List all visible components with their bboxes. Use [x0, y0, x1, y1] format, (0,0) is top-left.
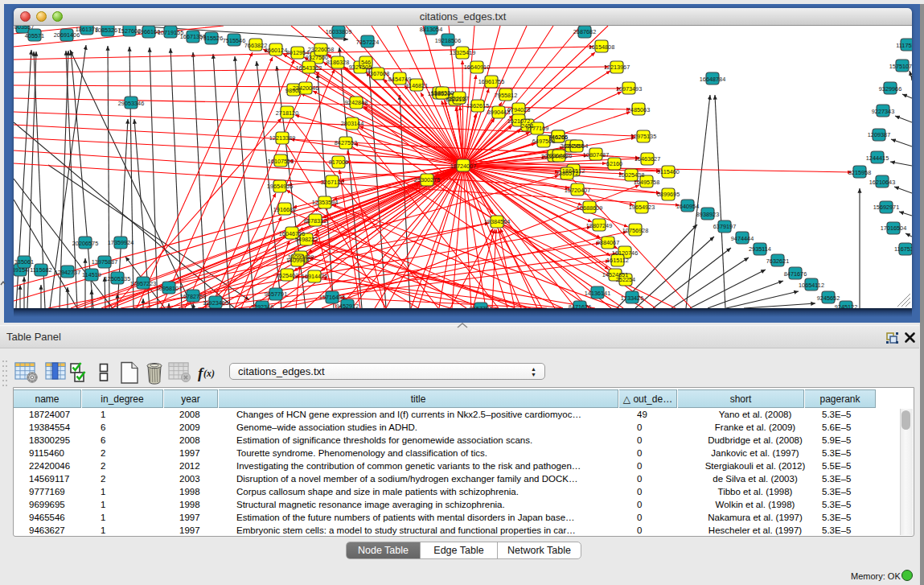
svg-text:9245122: 9245122	[835, 303, 857, 308]
svg-text:18724007: 18724007	[450, 163, 476, 170]
svg-text:405571: 405571	[25, 32, 44, 39]
svg-text:23300275: 23300275	[414, 176, 440, 183]
svg-text:19384554: 19384554	[484, 218, 510, 225]
svg-text:9474444: 9474444	[731, 235, 754, 242]
svg-text:19218506: 19218506	[435, 37, 461, 44]
svg-text:15716485: 15716485	[319, 294, 345, 301]
svg-text:8215958: 8215958	[848, 169, 871, 176]
svg-text:16210643: 16210643	[869, 179, 895, 186]
svg-text:9777169: 9777169	[526, 125, 548, 132]
svg-text:10853267: 10853267	[95, 27, 121, 34]
svg-text:17957223: 17957223	[130, 280, 156, 287]
svg-text:12353594: 12353594	[312, 199, 338, 206]
svg-text:62160: 62160	[606, 160, 622, 167]
svg-text:7632621: 7632621	[766, 257, 789, 265]
svg-text:1615112: 1615112	[606, 257, 629, 264]
svg-text:1916682: 1916682	[273, 206, 296, 213]
svg-text:16463627: 16463627	[634, 155, 660, 163]
svg-text:8186328: 8186328	[326, 59, 349, 66]
svg-text:15751074: 15751074	[889, 63, 912, 70]
svg-text:8427552: 8427552	[335, 139, 357, 146]
svg-text:9657791: 9657791	[265, 290, 287, 298]
svg-text:817006: 817006	[329, 159, 348, 166]
svg-text:9227343: 9227343	[872, 108, 894, 115]
svg-text:2803144: 2803144	[341, 120, 363, 127]
svg-text:17359924: 17359924	[108, 239, 133, 246]
svg-text:16914479: 16914479	[302, 273, 327, 280]
svg-text:10025438: 10025438	[618, 171, 644, 179]
svg-text:16154808: 16154808	[589, 43, 614, 51]
svg-text:6379197: 6379197	[713, 223, 736, 230]
svg-text:(x): (x)	[203, 368, 215, 379]
svg-text:7485063: 7485063	[627, 106, 650, 113]
svg-text:1117531: 1117531	[896, 42, 912, 49]
svg-text:9242848: 9242848	[345, 99, 368, 106]
svg-text:11923466: 11923466	[203, 299, 228, 307]
svg-text:15720407: 15720407	[565, 187, 590, 194]
svg-text:6794028: 6794028	[507, 106, 530, 113]
svg-text:746266: 746266	[548, 134, 568, 141]
svg-text:8813054: 8813054	[420, 26, 442, 33]
svg-text:20206575: 20206575	[72, 240, 98, 247]
svg-text:1115682: 1115682	[30, 266, 51, 274]
svg-text:23420046: 23420046	[293, 84, 318, 92]
svg-text:9657791: 9657791	[470, 305, 492, 308]
svg-text:13325419: 13325419	[450, 49, 475, 56]
svg-text:8471676: 8471676	[784, 270, 807, 278]
svg-text:1003557: 1003557	[14, 26, 34, 31]
svg-text:16495758: 16495758	[634, 179, 659, 186]
svg-text:13975887: 13975887	[92, 258, 117, 266]
svg-text:16961755: 16961755	[478, 78, 504, 85]
svg-text:2718120: 2718120	[276, 109, 298, 117]
svg-text:19654955: 19654955	[267, 183, 293, 190]
svg-text:8938923: 8938923	[696, 211, 719, 218]
svg-text:20364436: 20364436	[546, 152, 572, 159]
svg-text:7357224: 7357224	[356, 39, 379, 46]
svg-text:14136141: 14136141	[585, 290, 610, 297]
svg-text:29053346: 29053346	[118, 100, 144, 107]
svg-text:114519: 114519	[82, 271, 101, 278]
svg-text:12213389: 12213389	[269, 134, 295, 142]
svg-text:1409949: 1409949	[286, 257, 309, 264]
svg-text:12213967: 12213967	[604, 64, 630, 71]
svg-text:9452912: 9452912	[336, 303, 359, 308]
svg-text:10958107: 10958107	[156, 285, 182, 292]
svg-text:2367608: 2367608	[367, 70, 389, 77]
svg-text:9115460: 9115460	[657, 168, 680, 175]
svg-text:822037: 822037	[450, 95, 469, 102]
svg-text:23226058: 23226058	[308, 46, 334, 53]
svg-text:12942737: 12942737	[55, 269, 80, 276]
svg-text:7955812: 7955812	[495, 92, 517, 99]
svg-text:19654923: 19654923	[629, 204, 655, 211]
svg-text:252254: 252254	[616, 276, 635, 283]
svg-text:7515526: 7515526	[200, 35, 223, 42]
svg-text:9329966: 9329966	[879, 85, 901, 93]
svg-text:15692971: 15692971	[873, 204, 899, 211]
svg-text:1167531: 1167531	[894, 245, 912, 253]
svg-text:39154: 39154	[14, 266, 28, 274]
svg-text:16543362: 16543362	[296, 64, 322, 72]
svg-text:12975135: 12975135	[630, 133, 656, 140]
svg-text:16120746: 16120746	[612, 249, 638, 257]
svg-text:16640910: 16640910	[464, 64, 490, 71]
svg-text:1209387: 1209387	[868, 131, 890, 138]
svg-text:10807487: 10807487	[583, 151, 609, 159]
svg-text:5498222: 5498222	[295, 236, 318, 243]
svg-text:18807249: 18807249	[586, 222, 612, 229]
svg-text:2935114: 2935114	[749, 245, 771, 253]
svg-text:16033809: 16033809	[326, 28, 351, 35]
svg-text:10688609: 10688609	[577, 204, 602, 212]
svg-text:9884067: 9884067	[597, 239, 619, 246]
svg-text:6899695: 6899695	[657, 191, 680, 198]
svg-text:3624554: 3624554	[565, 142, 588, 150]
svg-text:17016504: 17016504	[881, 225, 906, 232]
svg-text:7515546: 7515546	[223, 37, 245, 44]
svg-text:9146821: 9146821	[405, 82, 428, 89]
svg-text:8878332: 8878332	[304, 217, 326, 225]
svg-text:8471676: 8471676	[569, 303, 591, 308]
svg-text:10756928: 10756928	[622, 227, 648, 234]
svg-text:1733426: 1733426	[621, 295, 643, 302]
svg-text:7625402: 7625402	[276, 272, 298, 279]
svg-text:335061: 335061	[14, 258, 34, 266]
svg-text:8660124: 8660124	[265, 47, 287, 54]
